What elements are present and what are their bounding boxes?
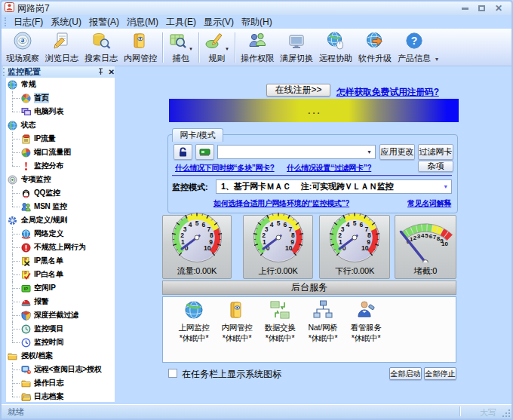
shield-icon <box>21 311 31 320</box>
service-guard-service[interactable]: 看管服务*休眠中* <box>344 299 388 344</box>
service-net-monitor[interactable]: 上网监控*休眠中* <box>172 299 216 344</box>
tree-item-2[interactable]: 电脑列表 <box>6 105 115 118</box>
toolbar-remote-assist-button[interactable]: 远程协助 <box>316 29 355 65</box>
toolbar-rules-button[interactable]: ▼规则 <box>201 29 232 65</box>
menu-u[interactable]: 系统(U) <box>47 15 85 29</box>
nic-combobox[interactable]: ▼ <box>217 145 376 159</box>
tree-item-1[interactable]: 首页 <box>6 91 115 105</box>
group-separator <box>172 175 452 176</box>
toolbar-upgrade-button[interactable]: 软件升级 <box>355 29 395 65</box>
tray-icon-checkbox[interactable] <box>168 369 177 378</box>
nic-mode-tab[interactable]: 网卡/模式 <box>172 128 223 142</box>
statusbar-separator <box>459 406 460 416</box>
tree-connector <box>12 247 20 248</box>
toolbar-capture-button[interactable]: ▼捕包 <box>165 29 196 65</box>
tree-connector <box>12 200 13 207</box>
toolbar-search-log-button[interactable]: 搜索日志 <box>81 29 121 65</box>
net-define-icon <box>21 229 31 239</box>
menu-a[interactable]: 报警(A) <box>85 15 123 29</box>
svg-text:?: ? <box>411 35 418 47</box>
tree-item-15[interactable]: IP空闲IP <box>6 281 115 295</box>
tree-item-17[interactable]: 深度拦截过滤 <box>6 308 115 322</box>
sidebar-gripper[interactable] <box>3 68 5 76</box>
special-monitor-icon <box>8 175 17 185</box>
tree-item-5[interactable]: 端口流量图 <box>6 146 115 159</box>
tree-item-19[interactable]: 监控时间 <box>6 336 115 349</box>
status-ready: 就绪 <box>8 406 24 418</box>
service-data-exchange[interactable]: 数据交换*休眠中* <box>258 299 302 344</box>
pin-icon[interactable] <box>97 68 104 77</box>
nic-button[interactable] <box>195 144 214 160</box>
close-panel-icon[interactable]: ✕ <box>109 68 115 76</box>
tree-item-16[interactable]: 报警 <box>6 295 115 308</box>
app-window: 网路岗7 ✕ 日志(F)系统(U)报警(A)消息(M)工具(E)显示(V)帮助(… <box>0 0 513 420</box>
start-all-button[interactable]: 全部启动 <box>389 367 422 380</box>
svg-text:10: 10 <box>361 244 369 252</box>
menu-h[interactable]: 帮助(H) <box>238 15 276 29</box>
tree-item-category-0[interactable]: 常规 <box>6 78 115 91</box>
resize-grip[interactable] <box>502 409 511 418</box>
service-nat-bridge[interactable]: Nat/网桥*休眠中* <box>301 299 345 344</box>
svg-text:4: 4 <box>421 232 425 239</box>
tree-item-14[interactable]: IPIP白名单 <box>6 268 115 281</box>
toolbar-separator <box>235 32 235 63</box>
dropdown-arrow-icon: ▼ <box>443 184 448 189</box>
toolbar-observe-button[interactable]: 现场观察 <box>3 29 42 65</box>
svg-text:5: 5 <box>276 219 280 227</box>
menu-gripper[interactable] <box>5 17 6 26</box>
tree-connector <box>12 139 20 139</box>
monitor-mode-combobox[interactable]: 1、基于网卡ＭＡＣ 注:可实现跨ＶＬＡＮ监控▼ <box>216 179 452 194</box>
toolbar-browse-log-button[interactable]: 浏览日志 <box>42 29 81 65</box>
svg-text:1: 1 <box>339 238 343 246</box>
toolbar-fullscreen-button[interactable]: 满屏切换 <box>277 29 316 65</box>
tree-item-11[interactable]: 网络定义 <box>6 227 115 241</box>
toolbar-intranet-button[interactable]: 内网管控 <box>121 29 160 65</box>
tree-item-9[interactable]: MSN 监控 <box>6 200 115 213</box>
ops-log-icon <box>21 379 31 388</box>
menu-f[interactable]: 日志(F) <box>10 15 47 29</box>
minimize-button[interactable] <box>462 8 468 10</box>
service-name: 数据交换 <box>264 323 295 333</box>
tree-item-22[interactable]: 操作日志 <box>6 376 115 390</box>
ip-flow-icon <box>21 134 31 144</box>
ip-blacklist-icon: IP <box>21 256 31 266</box>
service-status: *休眠中* <box>223 333 252 344</box>
ad-banner[interactable]: . . . <box>169 99 459 122</box>
sidebar-title: 监控配置 <box>8 66 41 78</box>
tree-item-category-7[interactable]: 专项监控 <box>6 173 115 186</box>
tree-item-21[interactable]: ?远程<查阅日志>授权 <box>6 363 115 376</box>
menu-e[interactable]: 工具(E) <box>162 15 200 29</box>
service-intranet-manage[interactable]: 内网管控*休眠中* <box>215 299 259 344</box>
stop-all-button[interactable]: 全部停止 <box>424 367 456 380</box>
tree-item-category-20[interactable]: 授权/档案 <box>6 349 115 363</box>
tree-item-12[interactable]: 不规范上网行为 <box>6 241 115 254</box>
close-button[interactable]: ✕ <box>495 5 502 12</box>
menu-v[interactable]: 显示(V) <box>200 15 238 29</box>
apply-changes-button[interactable]: 应用更改 <box>379 144 415 160</box>
sidebar-tree: 常规首页电脑列表状态IP流量端口流量图监控分布专项监控QQ监控MSN 监控全局定… <box>6 78 115 402</box>
glossary-link[interactable]: 常见名词解释 <box>407 198 451 209</box>
tree-item-23[interactable]: 日志档案 <box>6 390 115 403</box>
online-register-button[interactable]: 在线注册>> <box>266 84 330 97</box>
tree-item-8[interactable]: QQ监控 <box>6 186 115 200</box>
tree-item-6[interactable]: 监控分布 <box>6 159 115 173</box>
tree-item-4[interactable]: IP流量 <box>6 132 115 146</box>
filter-nic-button[interactable]: 过滤网卡 <box>418 144 453 160</box>
toolbar-product-info-button[interactable]: ?产品信息 <box>395 29 434 65</box>
tree-item-13[interactable]: IPIP黑名单 <box>6 254 115 268</box>
lock-button[interactable] <box>174 144 192 160</box>
menu-m[interactable]: 消息(M) <box>123 15 162 29</box>
choose-mode-link[interactable]: 如何选择合适用户网络环境的“监控模式”? <box>213 198 349 209</box>
tree-item-category-3[interactable]: 状态 <box>6 118 115 132</box>
bind-multi-nic-link[interactable]: 什么情况下同时绑“多块”网卡? <box>175 163 275 173</box>
tree-item-18[interactable]: 监控项目 <box>6 322 115 336</box>
toolbar-permissions-button[interactable]: 操作权限 <box>238 29 277 65</box>
gauge-dial: 012345678910 <box>168 213 226 265</box>
toolbar-overflow-icon[interactable]: ▾ <box>435 56 438 63</box>
free-trial-link[interactable]: 怎样获取免费试用注册码? <box>336 86 439 99</box>
set-filter-nic-link[interactable]: 什么情况设置“过滤网卡”? <box>287 163 371 173</box>
maximize-button[interactable] <box>478 5 485 11</box>
tree-item-category-10[interactable]: 全局定义/规则 <box>6 213 115 227</box>
ip-whitelist-icon: IP <box>21 270 31 280</box>
misc-button[interactable]: 杂项 <box>418 161 453 172</box>
